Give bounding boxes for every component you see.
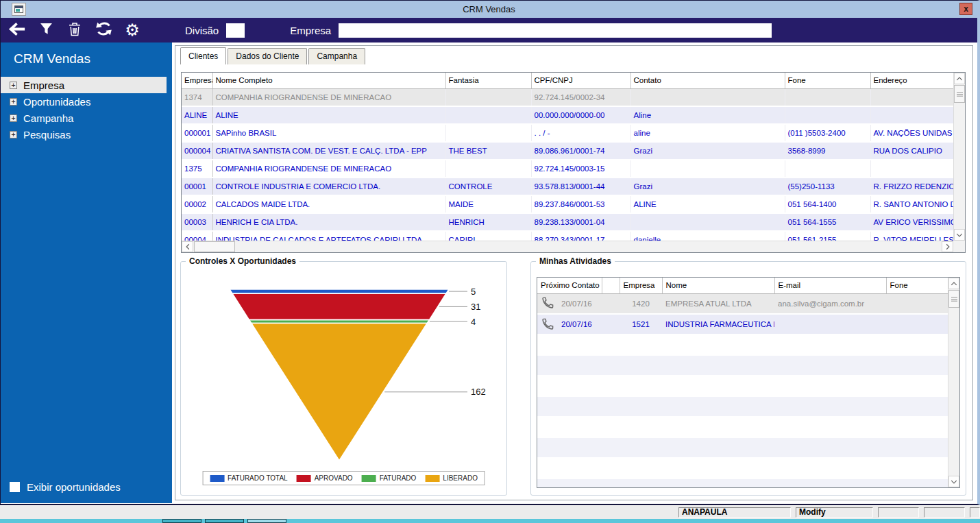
activity-row-empty [537, 335, 948, 355]
expand-icon[interactable]: + [10, 82, 17, 89]
cell [620, 396, 662, 417]
settings-button[interactable]: ⚙ [123, 21, 141, 40]
cell [774, 437, 886, 458]
cell: 93.578.813/0001-44 [531, 178, 630, 195]
refresh-button[interactable] [95, 21, 112, 40]
legend-label: FATURADO TOTAL [228, 474, 288, 482]
window-icon [14, 5, 23, 13]
taskbar-button[interactable] [162, 519, 201, 523]
cell [886, 314, 948, 335]
cell [558, 355, 602, 376]
sidebar-item-campanha[interactable]: +Campanha [1, 110, 167, 126]
activity-row-empty [537, 437, 948, 458]
divisao-input[interactable] [226, 23, 245, 38]
column-header-e-mail[interactable]: E-mail [774, 278, 886, 293]
activity-row[interactable]: 20/07/161521INDUSTRIA FARMACEUTICA LTI [537, 314, 948, 335]
scroll-thumb[interactable] [948, 290, 959, 308]
cell [537, 458, 558, 478]
sidebar-item-oportunidades[interactable]: +Oportunidades [1, 93, 167, 110]
cell: . . / - [531, 124, 630, 142]
cell: R. FRIZZO REDENZIO [870, 178, 953, 195]
activities-grid: Próximo ContatoEmpresaNomeE-mailFone20/0… [537, 277, 960, 488]
funnel-segment-aprovado [232, 293, 446, 319]
chevron-down-icon [950, 478, 958, 485]
tab-campanha[interactable]: Campanha [308, 48, 365, 64]
cell: CONTROLE [445, 178, 531, 195]
cell: SAPinho BRASIL [212, 124, 445, 142]
funnel-legend: FATURADO TOTALAPROVADOFATURADOLIBERADO [202, 471, 485, 485]
cell: (55)250-1133 [785, 178, 870, 195]
phone-icon[interactable] [541, 302, 554, 311]
cell: ana.silva@cigam.com.br [774, 293, 886, 314]
column-header-nome-completo[interactable]: Nome Completo [212, 73, 445, 88]
cell: COMPANHIA RIOGRANDENSE DE MINERACAO [212, 88, 445, 106]
exibir-oportunidades-checkbox[interactable] [10, 482, 20, 492]
table-row[interactable]: 1375COMPANHIA RIOGRANDENSE DE MINERACAO9… [182, 160, 953, 178]
empresa-input[interactable] [339, 23, 772, 38]
clients-horizontal-scrollbar[interactable] [182, 241, 953, 252]
table-row[interactable]: 1374COMPANHIA RIOGRANDENSE DE MINERACAO9… [182, 88, 953, 106]
scroll-down-button[interactable] [954, 229, 965, 241]
cell: aline [630, 124, 785, 142]
expand-icon[interactable]: + [10, 98, 17, 106]
scroll-down-button[interactable] [948, 476, 959, 487]
funnel-svg: 5314162 [192, 280, 491, 466]
phone-icon[interactable] [541, 324, 554, 332]
scroll-right-button[interactable] [942, 241, 953, 252]
column-header-col[interactable] [602, 278, 620, 293]
scroll-up-button[interactable] [948, 278, 959, 289]
cell: COMPANHIA RIOGRANDENSE DE MINERACAO [212, 160, 445, 178]
app-icon[interactable] [12, 3, 26, 16]
column-header-fone[interactable]: Fone [785, 73, 870, 88]
delete-button[interactable] [66, 21, 84, 40]
column-header-cpf-cnpj[interactable]: CPF/CNPJ [531, 73, 630, 88]
table-row[interactable]: ALINEALINE00.000.000/0000-00Aline [182, 106, 953, 124]
filter-button[interactable] [37, 21, 55, 40]
grid-header-row: EmpresaNome CompletoFantasiaCPF/CNPJCont… [182, 73, 953, 88]
scroll-up-button[interactable] [954, 73, 965, 84]
table-row[interactable]: 00002CALCADOS MAIDE LTDA.MAIDE89.237.846… [182, 195, 953, 213]
close-button[interactable]: x [959, 3, 972, 15]
cell [602, 314, 620, 335]
column-header-contato[interactable]: Contato [630, 73, 785, 88]
scroll-thumb[interactable] [194, 241, 235, 252]
column-header-endere-o[interactable]: Endereço [870, 73, 953, 88]
scroll-left-button[interactable] [182, 241, 193, 252]
clients-grid-view: EmpresaNome CompletoFantasiaCPF/CNPJCont… [182, 73, 953, 241]
clients-vertical-scrollbar[interactable] [953, 73, 965, 241]
table-row[interactable]: 00001CONTROLE INDUSTRIA E COMERCIO LTDA.… [182, 178, 953, 195]
cell [537, 293, 558, 314]
activity-row[interactable]: 20/07/161420EMPRESA ATUAL LTDAana.silva@… [537, 293, 948, 314]
tab-dados-do-cliente[interactable]: Dados do Cliente [228, 48, 307, 64]
cell [558, 417, 602, 437]
table-row[interactable]: 000001SAPinho BRASIL. . / -aline(011 )55… [182, 124, 953, 142]
cell [537, 396, 558, 417]
cell [558, 478, 602, 487]
table-row[interactable]: 00003HENRICH E CIA LTDA.HENRICH89.238.13… [182, 213, 953, 231]
funnel-panel: Controles X Oportunidades 5314162 FATURA… [180, 261, 507, 496]
tab-clientes[interactable]: Clientes [180, 47, 226, 64]
column-header-nome[interactable]: Nome [662, 278, 774, 293]
scroll-thumb[interactable] [954, 85, 965, 103]
back-button[interactable] [8, 21, 26, 40]
taskbar-button[interactable] [247, 519, 286, 523]
taskbar-button[interactable] [205, 519, 244, 523]
column-header-fantasia[interactable]: Fantasia [445, 73, 531, 88]
expand-icon[interactable]: + [10, 114, 17, 122]
expand-icon[interactable]: + [10, 131, 17, 138]
table-row[interactable]: 000004CRIATIVA SANTISTA COM. DE VEST. E … [182, 142, 953, 160]
sidebar-item-pesquisas[interactable]: +Pesquisas [1, 126, 167, 143]
column-header-pr-ximo-contato[interactable]: Próximo Contato [537, 278, 602, 293]
column-header-empresa[interactable]: Empresa [620, 278, 662, 293]
status-user: ANAPAULA [678, 507, 791, 518]
cell [630, 213, 785, 231]
table-row[interactable]: 00004INDUSTRIA DE CALCADOS E ARTEFATOS C… [182, 231, 953, 241]
sidebar-item-empresa[interactable]: +Empresa [1, 77, 167, 93]
cell: danielle [630, 231, 785, 241]
column-header-fone[interactable]: Fone [886, 278, 948, 293]
activities-vertical-scrollbar[interactable] [948, 278, 959, 487]
cell: Grazi [630, 178, 785, 195]
column-header-empresa[interactable]: Empresa [182, 73, 212, 88]
cell: 1375 [182, 160, 212, 178]
cell [537, 478, 558, 487]
